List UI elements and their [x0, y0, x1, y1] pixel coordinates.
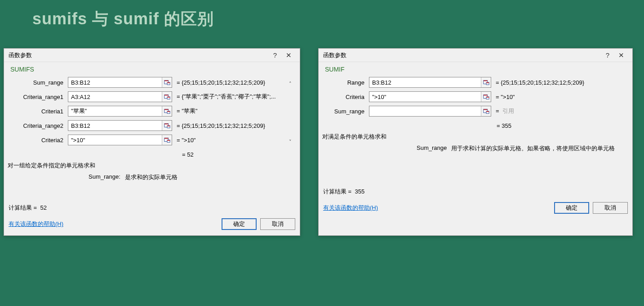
cancel-button[interactable]: 取消: [593, 202, 628, 214]
collapse-dialog-icon[interactable]: [162, 135, 172, 145]
ok-button[interactable]: 确定: [554, 202, 589, 214]
sum-range-input[interactable]: [369, 106, 481, 116]
close-button[interactable]: ✕: [614, 51, 628, 59]
calc-result-label: 计算结果 =: [323, 188, 351, 195]
sum-range-input[interactable]: [68, 77, 162, 87]
help-button[interactable]: ?: [601, 51, 614, 59]
ok-button[interactable]: 确定: [222, 218, 257, 230]
collapse-dialog-icon[interactable]: [162, 77, 172, 87]
parameter-list: Sum_range = {25;15;15;20;15;12;32;12;5;2…: [4, 75, 300, 148]
dialog-title: 函数参数: [323, 51, 346, 59]
calc-result-label: 计算结果 =: [9, 204, 37, 211]
collapse-dialog-icon[interactable]: [481, 106, 491, 116]
help-link[interactable]: 有关该函数的帮助(H): [323, 204, 378, 212]
inline-result: = 52: [182, 148, 300, 160]
param-desc-label: Sum_range: [417, 144, 447, 153]
scroll-up-icon[interactable]: ˄: [289, 81, 292, 87]
collapse-dialog-icon[interactable]: [481, 92, 491, 102]
param-eval: = ">10": [172, 137, 295, 144]
param-eval: = {25;15;15;20;15;12;32;12;5;209}: [491, 79, 628, 86]
scroll-down-icon[interactable]: ˅: [289, 139, 292, 145]
param-label: Sum_range: [323, 108, 369, 115]
param-label: Criteria_range2: [9, 122, 68, 129]
criteria-range2-input[interactable]: [68, 121, 162, 130]
parameter-list: Range = {25;15;15;20;15;12;32;12;5;209} …: [319, 75, 632, 120]
param-eval: = "苹果": [172, 107, 295, 115]
param-label: Range: [323, 79, 369, 86]
function-description: 对满足条件的单元格求和: [319, 131, 632, 142]
param-eval: = ">10": [491, 94, 628, 100]
param-eval: = {25;15;15;20;15;12;32;12;5;209}: [172, 79, 295, 86]
param-eval: = 引用: [491, 107, 628, 115]
help-button[interactable]: ?: [268, 51, 282, 59]
criteria1-input[interactable]: [68, 106, 162, 116]
criteria2-input[interactable]: [68, 135, 162, 145]
function-arguments-dialog-sumif: 函数参数 ? ✕ SUMIF Range = {25;15;15;20;15;1…: [318, 48, 633, 236]
param-label: Sum_range: [9, 79, 68, 86]
collapse-dialog-icon[interactable]: [481, 77, 491, 87]
criteria-input[interactable]: [369, 92, 481, 102]
page-title: sumifs 与 sumif 的区别: [0, 0, 644, 30]
param-label: Criteria1: [9, 108, 68, 115]
param-label: Criteria2: [9, 137, 68, 144]
dialog-title: 函数参数: [9, 51, 32, 59]
collapse-dialog-icon[interactable]: [162, 92, 172, 102]
param-eval: = {25;15;15;20;15;12;32;12;5;209}: [172, 122, 295, 129]
criteria-range1-input[interactable]: [68, 92, 162, 102]
param-label: Criteria_range1: [9, 94, 68, 100]
collapse-dialog-icon[interactable]: [162, 121, 172, 130]
function-name: SUMIFS: [4, 62, 300, 75]
param-desc-text: 用于求和计算的实际单元格。如果省略，将使用区域中的单元格: [451, 144, 615, 153]
range-input[interactable]: [369, 77, 481, 87]
inline-result: = 355: [497, 120, 632, 131]
param-eval: = {"苹果";"栗子";"香蕉";"椰子";"苹果";...: [172, 93, 295, 101]
param-desc-text: 是求和的实际单元格: [125, 173, 178, 181]
calc-result-value: 355: [355, 188, 364, 195]
calc-result-value: 52: [40, 204, 46, 211]
function-arguments-dialog-sumifs: 函数参数 ? ✕ SUMIFS ˄ ˅ Sum_range = {25;15;1…: [4, 48, 300, 236]
collapse-dialog-icon[interactable]: [162, 106, 172, 116]
function-name: SUMIF: [319, 62, 632, 75]
param-desc-label: Sum_range:: [89, 173, 120, 181]
cancel-button[interactable]: 取消: [260, 218, 295, 230]
function-description: 对一组给定条件指定的单元格求和: [4, 160, 300, 171]
close-button[interactable]: ✕: [282, 51, 295, 59]
param-label: Criteria: [323, 94, 369, 100]
param-placeholder: 引用: [502, 108, 514, 114]
help-link[interactable]: 有关该函数的帮助(H): [9, 220, 63, 228]
